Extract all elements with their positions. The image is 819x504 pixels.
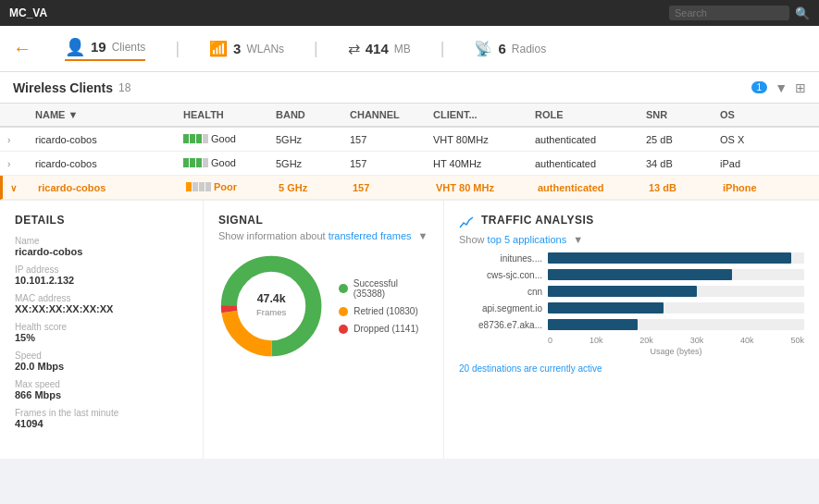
field-value: 866 Mbps	[15, 389, 188, 400]
x-label: 10k	[589, 336, 603, 345]
detail-field-name: Name ricardo-cobos	[15, 236, 188, 257]
donut-chart: 47.4k Frames	[218, 251, 324, 362]
bar-track	[548, 302, 804, 313]
row-client: HT 40MHz	[429, 153, 531, 175]
data-transfer-icon: ⇄	[348, 40, 360, 57]
row-band: 5 GHz	[275, 177, 349, 199]
legend-retried: Retried (10830)	[339, 306, 428, 316]
signal-subtitle-text: Show information about	[218, 230, 329, 241]
field-label: Health score	[15, 322, 188, 332]
detail-field-frames: Frames in the last minute 41094	[15, 408, 188, 429]
traffic-subtitle-text: Show	[459, 234, 488, 245]
table-row[interactable]: › ricardo-cobos Good 5GHz 157 VHT 80MHz …	[0, 128, 819, 152]
row-name: ricardo-cobos	[34, 177, 182, 199]
legend-successful: Successful (35388)	[339, 278, 428, 299]
signal-subtitle: Show information about transferred frame…	[218, 230, 428, 241]
traffic-title: TRAFFIC ANALYSIS	[481, 214, 594, 227]
row-expand[interactable]: ∨	[6, 177, 34, 199]
radios-icon: 📡	[474, 40, 492, 57]
filter-button[interactable]: ▼	[775, 80, 788, 95]
nav-bar: ← 👤 19 Clients | 📶 3 WLANs | ⇄ 414 MB | …	[0, 26, 819, 72]
section-header: Wireless Clients 18 1 ▼ ⊞	[0, 72, 819, 104]
bar-track	[548, 319, 804, 330]
detail-field-ip: IP address 10.101.2.132	[15, 264, 188, 286]
field-label: Frames in the last minute	[15, 408, 188, 418]
legend-label-retry: Retried (10830)	[354, 306, 417, 316]
field-label: Max speed	[15, 379, 188, 389]
row-expand[interactable]: ›	[4, 129, 31, 151]
row-os: iPhone	[719, 177, 793, 199]
bar-fill	[548, 252, 791, 264]
bar-label: e8736.e7.aka...	[459, 320, 542, 330]
th-expand	[4, 104, 31, 126]
row-os: OS X	[716, 129, 790, 151]
row-name: ricardo-cobos	[31, 129, 180, 151]
table-row[interactable]: › ricardo-cobos Good 5GHz 157 HT 40MHz a…	[0, 152, 819, 176]
bar-x-axis: 0 10k 20k 30k 40k 50k	[548, 336, 804, 345]
donut-legend: Successful (35388) Retried (10830) Dropp…	[339, 278, 428, 334]
bar-row: api.segment.io	[459, 302, 804, 313]
th-band: BAND	[272, 104, 346, 126]
traffic-subtitle-link[interactable]: top 5 applications	[488, 234, 567, 245]
section-count: 18	[118, 81, 130, 94]
traffic-chart-icon	[459, 215, 474, 228]
th-name: NAME ▼	[31, 104, 180, 126]
field-value: XX:XX:XX:XX:XX:XX	[15, 303, 188, 314]
field-value: 15%	[15, 332, 188, 343]
row-snr: 34 dB	[642, 153, 716, 175]
row-name: ricardo-cobos	[31, 153, 180, 175]
table-row-expanded[interactable]: ∨ ricardo-cobos Poor 5 GHz 157 VHT 80 MH…	[0, 176, 819, 200]
detail-section: DETAILS Name ricardo-cobos IP address 10…	[0, 201, 204, 459]
bar-label: initunes....	[459, 253, 542, 264]
legend-label-drop: Dropped (1141)	[354, 324, 418, 334]
row-health: Good	[180, 152, 272, 175]
x-label: 30k	[690, 336, 704, 345]
header-icons: 1 ▼ ⊞	[751, 80, 806, 95]
field-value: 20.0 Mbps	[15, 361, 188, 372]
detail-panel: DETAILS Name ricardo-cobos IP address 10…	[0, 200, 819, 459]
bar-fill	[548, 319, 638, 330]
search-area: 🔍	[669, 6, 810, 20]
filter-badge: 1	[751, 81, 768, 93]
bar-fill	[548, 286, 697, 297]
legend-dot-drop	[339, 325, 348, 334]
clients-count: 19	[91, 39, 106, 55]
bar-track	[548, 269, 804, 280]
x-label: 50k	[790, 336, 804, 345]
legend-dot-retry	[339, 307, 348, 316]
columns-button[interactable]: ⊞	[795, 80, 806, 95]
wlans-label: WLANs	[246, 43, 284, 55]
radios-label: Radios	[512, 43, 546, 55]
row-channel: 157	[349, 177, 432, 199]
data-unit: MB	[394, 43, 411, 55]
field-label: Speed	[15, 350, 188, 361]
th-client: CLIENT...	[429, 104, 531, 126]
app-title: MC_VA	[9, 6, 47, 19]
radios-nav-item[interactable]: 📡 6 Radios	[474, 40, 546, 57]
row-expand[interactable]: ›	[4, 153, 31, 175]
detail-field-speed: Speed 20.0 Mbps	[15, 350, 188, 372]
th-os: OS	[716, 104, 790, 126]
svg-text:Frames: Frames	[256, 307, 286, 317]
data-nav-item[interactable]: ⇄ 414 MB	[348, 40, 411, 57]
search-input[interactable]	[669, 6, 789, 20]
row-os: iPad	[716, 153, 790, 175]
x-label: 0	[548, 336, 552, 345]
x-label: 40k	[740, 336, 754, 345]
traffic-section: TRAFFIC ANALYSIS Show top 5 applications…	[444, 201, 819, 459]
field-label: IP address	[15, 264, 188, 275]
signal-dropdown-icon[interactable]: ▼	[418, 230, 428, 241]
row-snr: 13 dB	[645, 177, 719, 199]
detail-field-health: Health score 15%	[15, 322, 188, 343]
donut-container: 47.4k Frames Successful (35388) Retried …	[218, 251, 428, 362]
traffic-dropdown-icon[interactable]: ▼	[573, 234, 583, 245]
signal-subtitle-link[interactable]: transferred frames	[329, 230, 412, 241]
wlans-nav-item[interactable]: 📶 3 WLANs	[209, 40, 284, 57]
field-value: ricardo-cobos	[15, 246, 188, 257]
search-icon-button[interactable]: 🔍	[795, 6, 810, 20]
x-label: 20k	[639, 336, 653, 345]
row-health: Poor	[182, 176, 275, 199]
row-client: VHT 80MHz	[429, 129, 531, 151]
back-button[interactable]: ←	[13, 38, 31, 59]
detail-field-mac: MAC address XX:XX:XX:XX:XX:XX	[15, 293, 188, 314]
